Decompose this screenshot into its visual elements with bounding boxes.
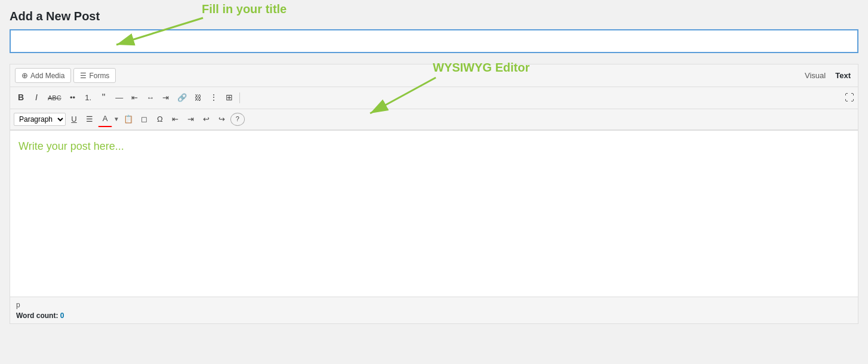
outdent-button[interactable]: ⇤ [168,112,183,127]
underline-button[interactable]: U [67,112,81,127]
ordered-list-button[interactable]: 1. [81,91,96,105]
paste-button[interactable]: 📋 [121,112,136,127]
add-media-label: Add Media [30,72,64,80]
indent-button[interactable]: ⇥ [184,112,198,127]
color-picker-icon: ▼ [113,116,119,122]
word-count-label: Word count: 0 [16,311,64,320]
blockquote-button[interactable]: " [97,90,111,106]
status-tag: p [16,301,852,309]
forms-button[interactable]: ☰ Forms [73,68,116,83]
strikethrough-button[interactable]: ABC [45,92,64,104]
align-right-button[interactable]: ⇥ [159,91,173,105]
text-color-button[interactable]: A [98,112,112,127]
more-button[interactable]: ⋮ [207,90,221,106]
visual-tab[interactable]: Visual [802,70,828,81]
text-tab[interactable]: Text [833,70,853,81]
toolbar-separator [239,92,240,103]
editor-toolbar-top: ⊕ Add Media ☰ Forms Visual Text [10,64,858,87]
bold-button[interactable]: B [14,90,28,106]
unlink-button[interactable]: ⛓ [191,91,205,105]
paragraph-select[interactable]: Paragraph Heading 1 Heading 2 Heading 3 … [14,113,66,126]
toolbar-row2: Paragraph Heading 1 Heading 2 Heading 3 … [10,109,858,129]
add-media-button[interactable]: ⊕ Add Media [15,68,71,83]
editor-section: ⊕ Add Media ☰ Forms Visual Text B I ABC … [10,64,858,324]
toolbar-right-tabs: Visual Text [802,70,853,81]
editor-status-bar: p Word count: 0 [10,297,858,324]
clear-formatting-button[interactable]: ◻ [137,112,152,127]
editor-content-area[interactable]: Write your post here... [10,130,858,297]
title-input[interactable] [10,29,858,53]
forms-icon: ☰ [80,72,87,80]
table-button[interactable]: ⊞ [222,90,236,106]
align-center-button[interactable]: ↔ [143,91,158,105]
page-heading: Add a New Post [10,10,858,23]
fullscreen-button[interactable]: ⛶ [845,92,854,103]
align-left-button[interactable]: ⇤ [128,91,142,105]
align-justify-button[interactable]: ☰ [82,112,97,127]
word-count-text: Word count: [16,311,58,320]
italic-button[interactable]: I [29,90,44,106]
help-button[interactable]: ? [230,113,245,125]
toolbar-left-buttons: ⊕ Add Media ☰ Forms [15,68,116,83]
toolbar-row1: B I ABC •• 1. " — ⇤ ↔ ⇥ 🔗 ⛓ ⋮ ⊞ ⛶ [10,87,858,109]
word-count-value: 0 [60,311,64,320]
forms-label: Forms [89,72,109,80]
title-section: Add a New Post [10,10,858,53]
undo-button[interactable]: ↩ [199,112,214,127]
special-chars-button[interactable]: Ω [153,112,167,127]
media-icon: ⊕ [21,71,28,80]
editor-placeholder: Write your post here... [19,140,124,152]
horizontal-rule-button[interactable]: — [112,91,127,105]
unordered-list-button[interactable]: •• [66,91,80,105]
link-button[interactable]: 🔗 [174,91,190,105]
redo-button[interactable]: ↪ [215,112,229,127]
